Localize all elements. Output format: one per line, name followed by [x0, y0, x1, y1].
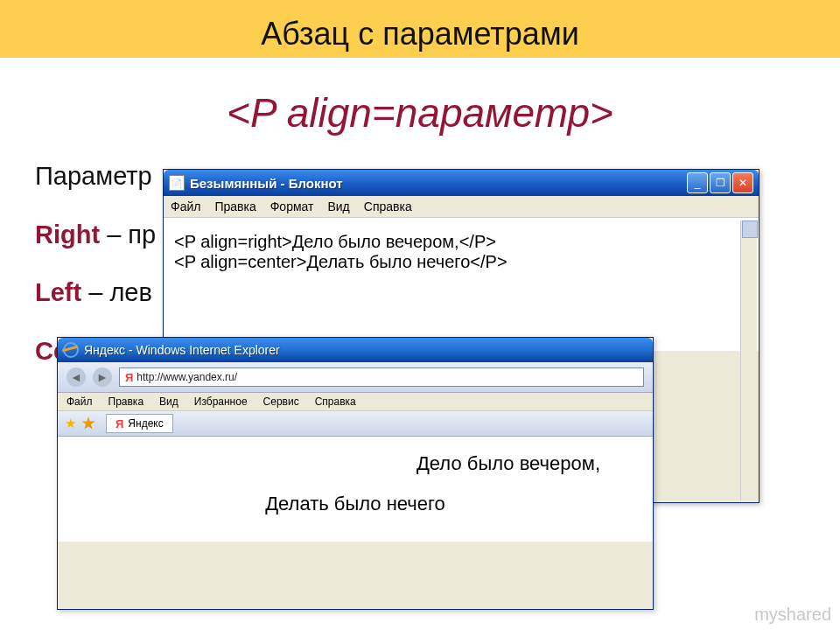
right-desc: – пр: [100, 220, 156, 248]
minimize-button[interactable]: _: [687, 172, 708, 193]
ie-icon: [63, 342, 79, 358]
address-bar[interactable]: Я http://www.yandex.ru/: [119, 368, 644, 387]
menu-edit[interactable]: Правка: [214, 200, 256, 214]
left-desc: – лев: [81, 278, 152, 306]
ie-title-text: Яндекс - Windows Internet Explorer: [84, 343, 280, 357]
favorites-star-icon[interactable]: ★: [65, 416, 76, 431]
yandex-favicon: Я: [125, 371, 133, 384]
ie-menu-view[interactable]: Вид: [159, 396, 178, 408]
address-text: http://www.yandex.ru/: [136, 371, 237, 383]
ie-titlebar[interactable]: Яндекс - Windows Internet Explorer: [58, 338, 653, 362]
notepad-menu: Файл Правка Формат Вид Справка: [164, 196, 759, 218]
ie-menu-file[interactable]: Файл: [66, 396, 93, 408]
notepad-content[interactable]: <P align=right>Дело было вечером,</P> <P…: [164, 218, 759, 351]
ie-menu-service[interactable]: Сервис: [263, 396, 299, 408]
tab-label: Яндекс: [128, 417, 163, 430]
ie-menu-edit[interactable]: Правка: [108, 396, 144, 408]
back-button[interactable]: ◄: [66, 368, 86, 387]
notepad-titlebar[interactable]: 📄 Безымянный - Блокнот _ ❐ ✕: [164, 170, 759, 196]
rendered-line-right: Дело было вечером,: [110, 452, 600, 475]
add-favorite-icon[interactable]: [81, 416, 95, 430]
scrollbar[interactable]: [740, 220, 757, 500]
notepad-icon: 📄: [169, 175, 185, 191]
ie-favorites-bar: ★ Я Яндекс: [58, 411, 653, 437]
code-example: <P align=параметр>: [0, 89, 840, 136]
notepad-title-text: Безымянный - Блокнот: [190, 176, 687, 191]
maximize-button[interactable]: ❐: [710, 172, 731, 193]
tab-favicon: Я: [116, 417, 123, 430]
close-button[interactable]: ✕: [732, 172, 753, 193]
menu-view[interactable]: Вид: [327, 200, 349, 214]
keyword-right: Right: [35, 220, 100, 248]
menu-file[interactable]: Файл: [171, 200, 200, 214]
ie-toolbar: ◄ ► Я http://www.yandex.ru/: [58, 362, 653, 393]
ie-window: Яндекс - Windows Internet Explorer ◄ ► Я…: [57, 337, 654, 610]
ie-menu-favorites[interactable]: Избранное: [194, 396, 248, 408]
notepad-line-2: <P align=center>Делать было нечего</P>: [174, 252, 748, 272]
scroll-thumb[interactable]: [742, 220, 758, 238]
menu-format[interactable]: Формат: [270, 200, 314, 214]
notepad-line-1: <P align=right>Дело было вечером,</P>: [174, 232, 748, 252]
ie-menu-help[interactable]: Справка: [315, 396, 356, 408]
watermark: myshared: [754, 605, 831, 625]
ie-page-content: Дело было вечером, Делать было нечего: [58, 437, 653, 542]
keyword-left: Left: [35, 278, 81, 306]
slide-title: Абзац с параметрами: [0, 0, 840, 58]
browser-tab[interactable]: Я Яндекс: [106, 414, 173, 433]
rendered-line-center: Делать было нечего: [110, 493, 600, 515]
forward-button[interactable]: ►: [93, 368, 112, 387]
ie-menu: Файл Правка Вид Избранное Сервис Справка: [58, 393, 653, 411]
menu-help[interactable]: Справка: [364, 200, 412, 214]
